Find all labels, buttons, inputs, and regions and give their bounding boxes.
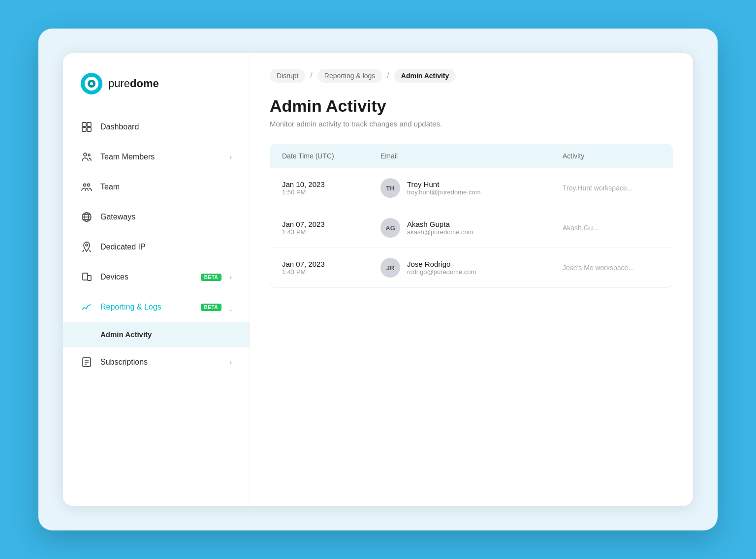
date-2: Jan 07, 2023	[282, 220, 380, 228]
table-row[interactable]: Jan 07, 2023 1:43 PM JR Jose Rodrigo rod…	[270, 248, 673, 287]
dedicated-ip-icon	[81, 241, 93, 253]
header-activity: Activity	[563, 152, 661, 160]
sidebar-item-reporting-logs-label: Reporting & Logs	[100, 303, 193, 311]
sidebar-item-dedicated-ip[interactable]: Dedicated IP	[63, 232, 250, 262]
sidebar-item-team-label: Team	[100, 183, 232, 191]
time-2: 1:43 PM	[282, 228, 380, 236]
svg-rect-4	[82, 123, 86, 126]
sidebar-item-devices-label: Devices	[100, 273, 193, 281]
svg-rect-6	[82, 127, 86, 131]
svg-rect-5	[87, 123, 91, 126]
activity-cell-3: Jose's Me workspace...	[563, 264, 661, 272]
breadcrumb-disrupt[interactable]: Disrupt	[270, 69, 305, 83]
breadcrumb-sep-1: /	[310, 71, 312, 80]
user-email-3: rodrigo@puredome.com	[407, 268, 476, 276]
app-window: puredome Dashboard	[63, 53, 693, 506]
sidebar-item-gateways[interactable]: Gateways	[63, 202, 250, 232]
page-subtitle: Monitor admin activity to track changes …	[270, 120, 673, 128]
breadcrumb-sep-2: /	[387, 71, 389, 80]
header-datetime: Date Time (UTC)	[282, 152, 380, 160]
svg-rect-18	[83, 273, 88, 280]
logo-area: puredome	[63, 73, 250, 112]
outer-container: puredome Dashboard	[38, 29, 718, 530]
sidebar-item-dashboard[interactable]: Dashboard	[63, 112, 250, 142]
devices-icon	[81, 271, 93, 283]
sidebar-item-team[interactable]: Team	[63, 172, 250, 202]
svg-point-11	[88, 184, 90, 186]
svg-point-9	[88, 154, 90, 156]
svg-point-8	[84, 153, 87, 156]
svg-point-17	[86, 244, 88, 246]
header-email: Email	[380, 152, 563, 160]
admin-activity-sub-label: Admin Activity	[100, 330, 152, 339]
time-3: 1:43 PM	[282, 268, 380, 276]
user-email-1: troy.hunt@puredome.com	[407, 188, 481, 196]
user-name-2: Akash Gupta	[407, 220, 473, 228]
activity-cell-1: Troy.Hunt workspace...	[563, 184, 661, 192]
page-title: Admin Activity	[270, 96, 673, 116]
user-name-3: Jose Rodrigo	[407, 260, 476, 268]
table-row[interactable]: Jan 07, 2023 1:43 PM AG Akash Gupta akas…	[270, 208, 673, 248]
svg-point-3	[90, 82, 93, 85]
main-content: Disrupt / Reporting & logs / Admin Activ…	[250, 53, 693, 506]
svg-rect-7	[87, 127, 91, 131]
sidebar-item-dashboard-label: Dashboard	[100, 123, 232, 131]
reporting-beta-badge: BETA	[201, 304, 221, 311]
reporting-icon	[81, 301, 93, 313]
reporting-chevron: ‸	[229, 303, 232, 311]
sidebar-item-devices[interactable]: Devices BETA ›	[63, 262, 250, 292]
email-cell-2: AG Akash Gupta akash@puredome.com	[380, 218, 563, 238]
sidebar-item-reporting-logs[interactable]: Reporting & Logs BETA ‸	[63, 292, 250, 322]
gateways-icon	[81, 211, 93, 223]
svg-point-10	[84, 184, 86, 186]
team-icon	[81, 181, 93, 193]
table-header: Date Time (UTC) Email Activity	[270, 144, 673, 168]
date-cell-3: Jan 07, 2023 1:43 PM	[282, 260, 380, 276]
team-members-icon	[81, 151, 93, 163]
sidebar-item-subscriptions-label: Subscriptions	[100, 358, 221, 367]
breadcrumb: Disrupt / Reporting & logs / Admin Activ…	[270, 69, 673, 83]
table-row[interactable]: Jan 10, 2023 1:50 PM TH Troy Hunt troy.h…	[270, 168, 673, 208]
logo-icon	[81, 73, 102, 94]
activity-cell-2: Akash.Gu...	[563, 224, 661, 232]
subscriptions-chevron: ›	[229, 358, 232, 366]
avatar-3: JR	[380, 258, 400, 278]
email-cell-3: JR Jose Rodrigo rodrigo@puredome.com	[380, 258, 563, 278]
activity-table: Date Time (UTC) Email Activity Jan 10, 2…	[270, 144, 673, 288]
sidebar-item-subscriptions[interactable]: Subscriptions ›	[63, 347, 250, 377]
devices-chevron: ›	[229, 273, 232, 281]
avatar-1: TH	[380, 178, 400, 198]
time-1: 1:50 PM	[282, 188, 380, 196]
team-members-chevron: ‹	[229, 153, 232, 161]
email-cell-1: TH Troy Hunt troy.hunt@puredome.com	[380, 178, 563, 198]
date-3: Jan 07, 2023	[282, 260, 380, 268]
date-cell-2: Jan 07, 2023 1:43 PM	[282, 220, 380, 236]
date-1: Jan 10, 2023	[282, 180, 380, 188]
avatar-2: AG	[380, 218, 400, 238]
breadcrumb-reporting[interactable]: Reporting & logs	[317, 69, 382, 83]
user-name-1: Troy Hunt	[407, 180, 481, 188]
logo-text: puredome	[108, 77, 159, 90]
devices-beta-badge: BETA	[201, 274, 221, 281]
sidebar: puredome Dashboard	[63, 53, 250, 506]
svg-rect-19	[88, 276, 91, 280]
sidebar-item-dedicated-ip-label: Dedicated IP	[100, 243, 232, 251]
subscriptions-icon	[81, 356, 93, 368]
breadcrumb-admin-activity[interactable]: Admin Activity	[394, 69, 456, 83]
sidebar-item-team-members-label: Team Members	[100, 153, 221, 161]
dashboard-icon	[81, 121, 93, 133]
sidebar-item-team-members[interactable]: Team Members ‹	[63, 142, 250, 172]
user-email-2: akash@puredome.com	[407, 228, 473, 236]
date-cell-1: Jan 10, 2023 1:50 PM	[282, 180, 380, 196]
sidebar-item-gateways-label: Gateways	[100, 213, 232, 221]
sidebar-subitem-admin-activity[interactable]: Admin Activity	[63, 322, 250, 347]
